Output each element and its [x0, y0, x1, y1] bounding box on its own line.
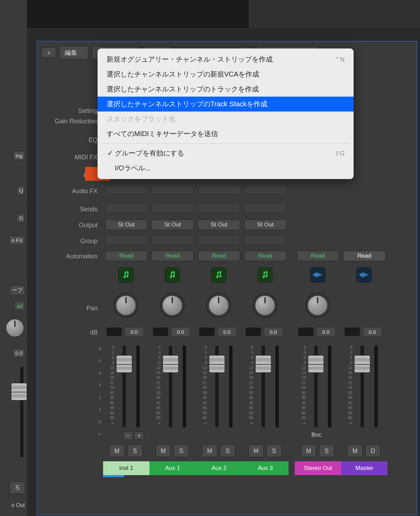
fader-cap[interactable] — [163, 355, 179, 373]
sliver-fader-track[interactable] — [20, 367, 24, 457]
menu-item-create-track[interactable]: 選択したチャンネルストリップのトラックを作成 — [98, 82, 354, 97]
automation-mode-button[interactable]: Read — [152, 251, 194, 261]
shortcut-label: ⌃N — [335, 56, 345, 63]
db-value[interactable]: 0.0 — [363, 328, 381, 336]
mute-solo-row: MS — [248, 445, 282, 457]
output-button[interactable]: St Out — [198, 220, 240, 230]
level-meter — [229, 346, 232, 427]
music-note-icon[interactable] — [165, 267, 180, 283]
menu-item-new-vca[interactable]: 選択したチャンネルストリップの新規VCAを作成 — [98, 67, 354, 82]
channel-name[interactable]: Aux 3 — [242, 461, 289, 475]
music-note-icon[interactable] — [118, 267, 134, 283]
mute-solo-row: MS — [156, 445, 189, 457]
plus-button[interactable]: + — [134, 432, 144, 440]
menu-item-create-track-stack[interactable]: 選択したチャンネルストリップのTrack Stackを作成 — [98, 97, 354, 112]
fader-cap[interactable] — [354, 355, 370, 373]
fader-scale: 03691215182124303540455060∞ — [104, 345, 114, 425]
automation-mode-button[interactable]: Read — [297, 251, 339, 261]
fader-scale: 03691215182124303540455060∞ — [295, 345, 306, 425]
empty-slot[interactable] — [152, 204, 194, 213]
solo-button[interactable]: S — [220, 445, 235, 457]
automation-mode-button[interactable]: Read — [244, 251, 286, 261]
db-value[interactable]: 0.0 — [218, 328, 236, 336]
pan-knob[interactable] — [307, 295, 328, 316]
channel-name[interactable]: Aux 2 — [196, 461, 242, 475]
edit-menu-button[interactable]: 編集⌄ — [60, 46, 89, 59]
peak-meter — [199, 328, 214, 336]
mute-button[interactable]: M — [156, 445, 171, 457]
solo-button[interactable]: S — [127, 445, 143, 457]
mute-button[interactable]: M — [301, 445, 316, 457]
level-meter — [136, 346, 140, 427]
sliver-fader-cap[interactable] — [11, 383, 27, 400]
dim-button[interactable]: D — [365, 445, 381, 457]
mute-button[interactable]: M — [248, 445, 264, 457]
output-button[interactable]: St Out — [152, 220, 194, 230]
sliver-solo-button[interactable]: S — [10, 481, 25, 494]
db-value[interactable]: 0.0 — [317, 328, 335, 336]
fader-cap[interactable] — [255, 355, 271, 373]
solo-button[interactable]: S — [319, 445, 334, 457]
pan-knob[interactable] — [162, 295, 183, 316]
label-sends: Sends — [80, 206, 101, 213]
db-value[interactable]: 0.0 — [172, 328, 190, 336]
music-note-icon[interactable] — [211, 267, 226, 283]
channel-name[interactable]: inst 1 — [103, 461, 149, 475]
fader-cap[interactable] — [116, 355, 132, 373]
group-slot[interactable] — [198, 235, 240, 244]
label-output: Output — [79, 222, 101, 229]
empty-slot[interactable] — [152, 186, 194, 195]
back-up-button[interactable] — [42, 47, 56, 58]
automation-mode-button[interactable]: Read — [105, 251, 147, 261]
pan-knob[interactable] — [255, 295, 275, 316]
empty-slot[interactable] — [105, 204, 147, 213]
menu-item-new-aux[interactable]: 新規オグジュアリー・チャンネル・ストリップを作成⌃N — [98, 52, 354, 67]
channel-name[interactable]: Aux 1 — [149, 461, 196, 475]
automation-mode-button[interactable]: Read — [343, 251, 385, 261]
empty-slot[interactable] — [198, 186, 240, 195]
group-slot[interactable] — [105, 235, 147, 244]
fader-cap[interactable] — [308, 355, 324, 373]
pan-knob[interactable] — [116, 295, 136, 316]
check-icon: ✓ — [107, 149, 113, 157]
mute-button[interactable]: M — [202, 445, 217, 457]
bounce-button[interactable]: Bnc — [311, 432, 321, 438]
fader-scale: 03691215182124303540455060∞ — [150, 345, 161, 425]
channel-name[interactable]: Stereo Out — [295, 461, 341, 475]
waveform-icon[interactable] — [356, 267, 372, 283]
peak-meter — [107, 328, 122, 336]
solo-button[interactable]: S — [174, 445, 189, 457]
fader-scale: 03691215182124303540455060∞ — [243, 345, 253, 425]
pan-knob[interactable] — [208, 295, 229, 316]
music-note-icon[interactable] — [257, 267, 273, 283]
sliver-knob[interactable] — [6, 319, 24, 337]
group-slot[interactable] — [152, 235, 194, 244]
mute-solo-row: MD — [347, 445, 381, 457]
label-group: Group — [80, 238, 101, 245]
empty-slot[interactable] — [105, 186, 147, 195]
mute-button[interactable]: M — [347, 445, 363, 457]
menu-item-io-labels[interactable]: I/Oラベル... — [98, 161, 354, 176]
db-value[interactable]: 0.0 — [125, 328, 143, 336]
empty-slot[interactable] — [244, 186, 286, 195]
empty-slot[interactable] — [198, 204, 240, 213]
minus-button[interactable]: − — [123, 432, 133, 440]
peak-meter — [345, 328, 360, 336]
arrow-up-icon — [47, 50, 51, 55]
waveform-icon[interactable] — [310, 267, 325, 283]
db-value[interactable]: 0.0 — [264, 328, 282, 336]
output-button[interactable]: St Out — [105, 220, 147, 230]
output-button[interactable]: St Out — [244, 220, 286, 230]
group-slot[interactable] — [244, 235, 286, 244]
channel-name[interactable]: Master — [341, 461, 387, 475]
menu-item-send-midi[interactable]: すべてのMIDIミキサーデータを送信 — [98, 126, 354, 141]
mute-button[interactable]: M — [109, 445, 125, 457]
fader-cap[interactable] — [209, 355, 225, 373]
automation-mode-button[interactable]: Read — [198, 251, 240, 261]
solo-button[interactable]: S — [266, 445, 282, 457]
label-automation: Automation — [66, 253, 101, 260]
menu-item-enable-groups[interactable]: ✓グループを有効にする ⇧G — [98, 146, 354, 161]
app-topbar — [0, 0, 420, 28]
master-scale: 6 5 4 3 2 1 0 ∞ — [91, 346, 101, 436]
empty-slot[interactable] — [244, 204, 286, 213]
